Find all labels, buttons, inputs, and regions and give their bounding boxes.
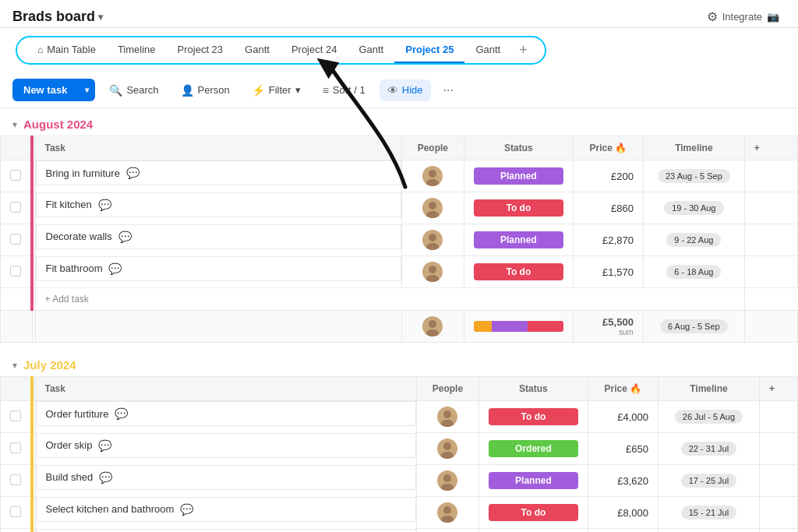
tab-label: Main Table: [47, 44, 96, 55]
table-row: Get in contact with council about droppe…: [1, 529, 798, 533]
svg-point-11: [441, 420, 454, 427]
section-july: ▾July 2024TaskPeopleStatusPrice 🔥Timelin…: [0, 349, 798, 532]
more-options-button[interactable]: ···: [437, 80, 460, 100]
hide-button[interactable]: 👁 Hide: [380, 79, 431, 101]
section-august: ▾August 2024TaskPeopleStatusPrice 🔥Timel…: [0, 108, 798, 343]
row-border: [32, 465, 35, 497]
task-status[interactable]: Planned: [464, 160, 573, 192]
sort-button[interactable]: ≡ Sort / 1: [315, 79, 373, 101]
search-icon: 🔍: [109, 84, 122, 97]
hide-label: Hide: [402, 84, 423, 96]
task-status[interactable]: To do: [478, 401, 588, 433]
row-checkbox[interactable]: [10, 474, 21, 485]
task-price: £1,570: [573, 256, 643, 288]
tab-gantt1[interactable]: Gantt: [234, 37, 281, 63]
col-checkbox: [1, 377, 33, 401]
chat-icon[interactable]: 💬: [99, 471, 112, 484]
task-status[interactable]: To do: [478, 497, 588, 529]
add-col: [759, 465, 797, 497]
row-checkbox[interactable]: [10, 442, 21, 453]
hide-icon: 👁: [387, 84, 398, 97]
chart-segment: [474, 321, 492, 332]
chart-segment: [492, 321, 528, 332]
task-name: Decorate walls💬: [36, 224, 401, 249]
tab-gantt3[interactable]: Gantt: [464, 37, 511, 63]
status-badge: To do: [489, 504, 578, 521]
chat-icon[interactable]: 💬: [118, 231, 132, 243]
task-timeline: 17 - 25 Jul: [658, 465, 759, 497]
avatar: [422, 198, 443, 218]
task-price: £4,000: [588, 401, 658, 433]
table-row: Build shed💬Planned£3,62017 - 25 Jul: [1, 465, 798, 497]
tab-gantt2[interactable]: Gantt: [348, 37, 394, 63]
task-status[interactable]: Ordered: [478, 433, 588, 465]
add-col: [744, 224, 797, 256]
add-col: [744, 192, 797, 224]
camera-icon: 📷: [767, 11, 779, 23]
svg-point-10: [443, 410, 451, 418]
task-status[interactable]: To do: [464, 256, 573, 288]
col-header-3: Price 🔥: [573, 136, 643, 160]
task-price: £8,000: [588, 497, 658, 529]
col-header-3: Price 🔥: [588, 377, 658, 401]
svg-point-9: [426, 329, 439, 336]
col-header-5[interactable]: +: [744, 136, 797, 160]
timeline-badge: 19 - 30 Aug: [664, 201, 723, 215]
task-name: Build shed💬: [36, 465, 416, 490]
filter-button[interactable]: ⚡ Filter ▾: [244, 79, 309, 101]
section-toggle-july[interactable]: ▾: [12, 360, 17, 371]
tab-project23[interactable]: Project 23: [167, 37, 235, 63]
task-status[interactable]: To do: [464, 192, 573, 224]
chat-icon[interactable]: 💬: [98, 439, 111, 452]
chat-icon[interactable]: 💬: [180, 503, 193, 516]
status-badge: Planned: [489, 472, 578, 489]
person-label: Person: [198, 84, 230, 96]
row-checkbox[interactable]: [10, 266, 21, 277]
tab-timeline[interactable]: Timeline: [107, 37, 167, 63]
new-task-button[interactable]: New task ▾: [12, 79, 95, 101]
filter-label: Filter: [269, 84, 291, 96]
svg-point-2: [429, 202, 436, 210]
board-title-chevron[interactable]: ▾: [98, 12, 103, 23]
row-checkbox[interactable]: [10, 234, 21, 245]
add-task-label[interactable]: + Add task: [35, 288, 744, 311]
row-checkbox[interactable]: [10, 506, 21, 517]
sum-price-value: £5,500: [602, 316, 634, 328]
chat-icon[interactable]: 💬: [115, 407, 128, 420]
section-title-july: July 2024: [23, 358, 76, 372]
tab-project25[interactable]: Project 25: [394, 37, 464, 63]
row-checkbox[interactable]: [10, 410, 21, 421]
search-button[interactable]: 🔍 Search: [101, 79, 166, 101]
col-header-1: People: [416, 377, 478, 401]
row-checkbox[interactable]: [10, 202, 21, 213]
task-name: Fit kitchen💬: [36, 192, 401, 217]
task-status[interactable]: Working on it: [478, 529, 588, 533]
row-checkbox[interactable]: [10, 170, 21, 181]
table-row: Fit kitchen💬To do£86019 - 30 Aug: [1, 192, 798, 224]
chat-icon[interactable]: 💬: [108, 262, 122, 275]
chat-icon[interactable]: 💬: [98, 199, 111, 211]
task-name: Bring in furniture💬: [36, 160, 401, 185]
add-task-row[interactable]: + Add task: [1, 288, 798, 311]
task-status[interactable]: Planned: [464, 224, 573, 256]
table-row: Order skip💬Ordered£65022 - 31 Jul: [1, 433, 798, 465]
section-toggle-august[interactable]: ▾: [12, 119, 17, 130]
btn-dropdown-arrow[interactable]: ▾: [79, 80, 95, 100]
add-tab-button[interactable]: +: [511, 37, 535, 63]
chat-icon[interactable]: 💬: [126, 167, 139, 179]
integrate-button[interactable]: ⚙ Integrate 📷: [701, 6, 786, 27]
avatar: [437, 502, 457, 523]
row-border: [32, 160, 35, 192]
filter-icon: ⚡: [252, 84, 265, 97]
sort-icon: ≡: [323, 84, 329, 97]
status-badge: Planned: [474, 231, 563, 248]
tab-project24[interactable]: Project 24: [281, 37, 348, 63]
person-button[interactable]: 👤 Person: [173, 79, 238, 101]
task-status[interactable]: Planned: [478, 465, 588, 497]
task-price: £1,200: [588, 529, 658, 533]
col-header-5[interactable]: +: [759, 377, 797, 401]
avatar: [422, 166, 443, 186]
tab-main-table[interactable]: ⌂Main Table: [26, 37, 107, 63]
add-col: [759, 433, 797, 465]
avatar: [422, 230, 443, 250]
